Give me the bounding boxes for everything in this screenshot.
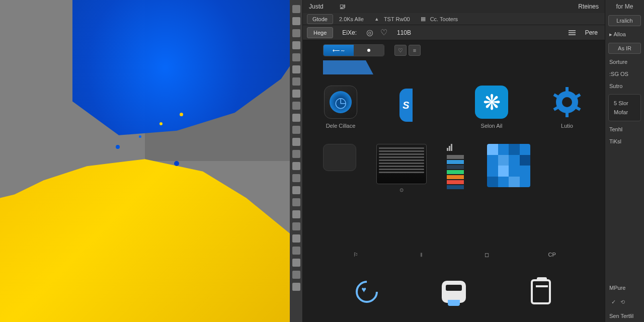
- info-line2: Mofar: [614, 108, 635, 117]
- sentertil-item[interactable]: Sen Tertlil: [605, 310, 644, 322]
- tool-icon[interactable]: [292, 162, 300, 170]
- percent-value[interactable]: 2.0Ks Alle: [339, 16, 364, 22]
- tool-icon[interactable]: [292, 90, 300, 98]
- tool-icon[interactable]: [292, 198, 300, 206]
- asir-button[interactable]: As IR: [608, 43, 641, 54]
- tool-icon[interactable]: [292, 41, 300, 49]
- tool-icon[interactable]: [292, 53, 300, 61]
- tool-icon[interactable]: [292, 126, 300, 134]
- tool-icon[interactable]: [292, 283, 300, 291]
- view-mode-segmented[interactable]: ⟵ ∼: [323, 44, 384, 56]
- sgos-item[interactable]: :SG OS: [605, 68, 644, 80]
- tool-icon[interactable]: [292, 77, 300, 86]
- gear-icon[interactable]: [550, 86, 584, 119]
- disk-icon[interactable]: [324, 86, 357, 119]
- info-box: 5 Slor Mofar: [608, 94, 641, 121]
- shield-icon[interactable]: ♡: [394, 45, 407, 56]
- icon-label: Selon Ail: [481, 123, 503, 129]
- seg-option-a[interactable]: ⟵ ∼: [324, 45, 354, 56]
- cc-tooters[interactable]: Cc. Tooters: [430, 16, 458, 22]
- tool-icon[interactable]: [292, 17, 300, 25]
- tool-icon[interactable]: [292, 247, 300, 255]
- radiator-icon[interactable]: [376, 144, 427, 184]
- calendar-icon[interactable]: [419, 15, 427, 23]
- tool-icon[interactable]: [292, 222, 300, 230]
- main-area: Justd Rteines Gtode 2.0Ks Alle TST Rw00 …: [303, 0, 605, 322]
- printer-icon[interactable]: [440, 278, 468, 306]
- tool-icon[interactable]: [292, 210, 300, 218]
- active-tab-indicator: [303, 60, 605, 75]
- folder-icon[interactable]: S: [399, 89, 433, 122]
- properties-panel: for Me Lralich ▸ Alloa As IR Sorture :SG…: [605, 0, 644, 322]
- mpure-item[interactable]: MPure: [605, 282, 644, 294]
- equalizer-icon[interactable]: ≡: [409, 45, 421, 56]
- icon-label: Dele Cillace: [326, 123, 356, 129]
- blank-tile[interactable]: [323, 144, 356, 171]
- sutro-item[interactable]: Sutro: [605, 80, 644, 92]
- secondary-toolbar: Hege EiXe: 110B Pere: [303, 25, 605, 40]
- tool-icon[interactable]: [292, 150, 300, 158]
- eixe-label: EiXe:: [339, 29, 360, 36]
- dot-indicator: ⊙: [399, 187, 404, 193]
- device-icon[interactable]: [339, 3, 347, 11]
- lralich-button[interactable]: Lralich: [608, 15, 641, 26]
- tool-icon[interactable]: [292, 65, 300, 73]
- hege-button[interactable]: Hege: [307, 27, 333, 38]
- sorture-item[interactable]: Sorture: [605, 56, 644, 68]
- tool-icon[interactable]: [292, 271, 300, 279]
- refresh-heart-icon[interactable]: [353, 278, 381, 306]
- mini-status-bar: CP: [303, 248, 605, 262]
- tiksl-item[interactable]: TiKsl: [605, 135, 644, 147]
- heart-icon[interactable]: [380, 29, 388, 37]
- value-110b: 110B: [394, 29, 414, 36]
- tool-icon[interactable]: [292, 5, 300, 13]
- snowflake-icon[interactable]: [475, 86, 508, 119]
- color-swatches[interactable]: [447, 155, 467, 189]
- window-tabs: Justd Rteines: [303, 0, 605, 13]
- footer-icons: [303, 262, 605, 322]
- panel-header: for Me: [605, 0, 644, 13]
- hamburger-icon[interactable]: [568, 29, 576, 37]
- signal-icon: [447, 144, 467, 151]
- icon-gallery: Dele Cillace S Selon Ail: [303, 75, 605, 248]
- tool-icon[interactable]: [292, 138, 300, 146]
- device-icon[interactable]: [527, 278, 555, 306]
- target-icon[interactable]: [366, 29, 374, 37]
- toggle-bar: ⟵ ∼ ♡ ≡: [303, 40, 605, 60]
- cp-label: CP: [548, 252, 556, 258]
- tenhl-item[interactable]: Tenhl: [605, 123, 644, 135]
- seg-option-b[interactable]: [354, 45, 384, 56]
- alloa-item[interactable]: ▸ Alloa: [605, 28, 644, 41]
- tst-value[interactable]: TST Rw00: [384, 16, 410, 22]
- folder-badge: S: [399, 89, 413, 122]
- tab-rteines[interactable]: Rteines: [578, 3, 599, 10]
- bookmark-icon[interactable]: [352, 251, 360, 259]
- vertical-toolstrip: [290, 0, 303, 322]
- gtode-button[interactable]: Gtode: [307, 14, 333, 24]
- tool-icon[interactable]: [292, 186, 300, 194]
- canvas-preview: [0, 0, 290, 322]
- bars-icon[interactable]: [417, 251, 425, 259]
- tool-icon[interactable]: [292, 29, 300, 37]
- square-icon[interactable]: [482, 251, 491, 259]
- pere-label[interactable]: Pere: [582, 29, 601, 36]
- tab-marker[interactable]: [323, 60, 373, 74]
- tool-icon[interactable]: [292, 102, 300, 110]
- tool-icon[interactable]: [292, 114, 300, 122]
- tool-icon[interactable]: [292, 234, 300, 243]
- pixelate-preview-icon[interactable]: [487, 144, 530, 187]
- check-icon[interactable]: [609, 298, 617, 306]
- right-panel: Justd Rteines Gtode 2.0Ks Alle TST Rw00 …: [290, 0, 644, 322]
- arrow-up-icon[interactable]: [373, 15, 381, 23]
- tool-icon[interactable]: [292, 259, 300, 267]
- icon-label: Lutio: [561, 123, 573, 129]
- tool-icon[interactable]: [292, 174, 300, 182]
- tab-justd[interactable]: Justd: [309, 3, 324, 10]
- options-bar: Gtode 2.0Ks Alle TST Rw00 Cc. Tooters: [303, 13, 605, 25]
- info-line1: 5 Slor: [614, 99, 635, 108]
